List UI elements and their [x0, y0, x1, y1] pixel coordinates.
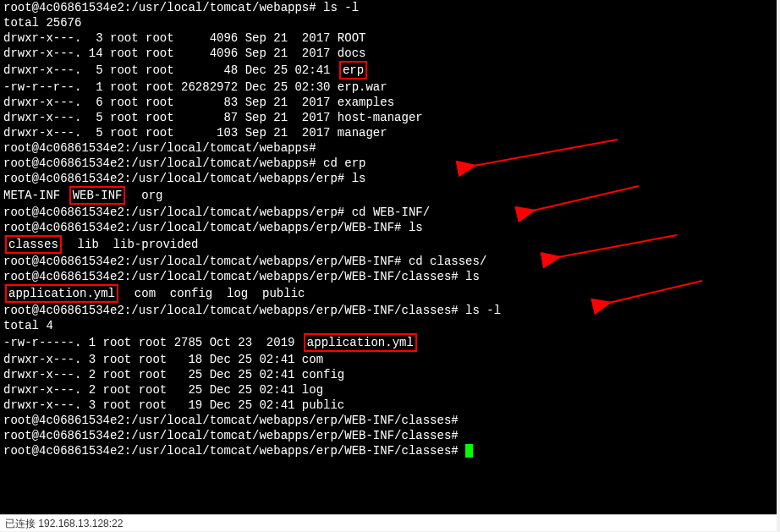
terminal-window[interactable]: root@4c06861534e2:/usr/local/tomcat/weba… — [0, 0, 777, 514]
command: cd classes/ — [409, 255, 486, 268]
ls-entry: drwxr-x---. 3 root root 4096 Sep 21 2017… — [3, 30, 773, 46]
prompt: root@4c06861534e2:/usr/local/tomcat/weba… — [3, 206, 344, 219]
ls-entry: drwxr-x---. 5 root root 87 Sep 21 2017 h… — [3, 110, 773, 125]
ls-entry: drwxr-x---. 2 root root 25 Dec 25 02:41 … — [3, 367, 773, 382]
ls-entry: drwxr-x---. 3 root root 18 Dec 25 02:41 … — [3, 352, 773, 367]
command: ls — [409, 221, 423, 234]
ls-entry: drwxr-x---. 6 root root 83 Sep 21 2017 e… — [3, 95, 773, 110]
ls-output: application.yml com config log public — [3, 284, 773, 303]
ls-entry: drwxr-x---. 5 root root 48 Dec 25 02:41 … — [3, 61, 773, 80]
output: total 25676 — [3, 15, 773, 30]
ls-entry: drwxr-x---. 5 root root 103 Sep 21 2017 … — [3, 125, 773, 140]
ls-entry: -rw-r--r--. 1 root root 26282972 Dec 25 … — [3, 80, 773, 95]
ls-entry: drwxr-x---. 2 root root 25 Dec 25 02:41 … — [3, 382, 773, 398]
prompt: root@4c06861534e2:/usr/local/tomcat/weba… — [3, 444, 459, 458]
command: cd WEB-INF/ — [352, 206, 430, 219]
highlight-webinf: WEB-INF — [69, 186, 126, 205]
ls-entry: -rw-r-----. 1 root root 2785 Oct 23 2019… — [3, 333, 773, 352]
ls-output: classes lib lib-provided — [3, 235, 773, 254]
output: total 4 — [3, 318, 773, 333]
prompt: root@4c06861534e2:/usr/local/tomcat/weba… — [3, 270, 459, 283]
command: ls -l — [465, 304, 501, 317]
status-bar: 已连接 192.168.13.128:22 — [0, 514, 777, 531]
prompt: root@4c06861534e2:/usr/local/tomcat/weba… — [3, 172, 344, 185]
prompt: root@4c06861534e2:/usr/local/tomcat/weba… — [3, 429, 459, 442]
command: ls -l — [323, 1, 359, 14]
cursor — [465, 444, 473, 458]
prompt: root@4c06861534e2:/usr/local/tomcat/weba… — [3, 1, 316, 14]
command: ls — [465, 270, 480, 283]
highlight-erp: erp — [339, 61, 367, 80]
prompt: root@4c06861534e2:/usr/local/tomcat/weba… — [3, 221, 401, 234]
highlight-application-yml: application.yml — [5, 284, 118, 303]
ls-output: META-INF WEB-INF org — [3, 186, 773, 205]
command: cd erp — [323, 156, 365, 170]
command: ls — [352, 172, 366, 185]
ls-entry: drwxr-x---. 14 root root 4096 Sep 21 201… — [3, 46, 773, 61]
prompt: root@4c06861534e2:/usr/local/tomcat/weba… — [3, 141, 316, 155]
highlight-classes: classes — [5, 235, 62, 254]
prompt: root@4c06861534e2:/usr/local/tomcat/weba… — [3, 304, 459, 317]
ls-entry: drwxr-x---. 3 root root 19 Dec 25 02:41 … — [3, 398, 773, 413]
prompt: root@4c06861534e2:/usr/local/tomcat/weba… — [3, 156, 316, 170]
highlight-application-yml-file: application.yml — [304, 333, 417, 352]
prompt: root@4c06861534e2:/usr/local/tomcat/weba… — [3, 255, 401, 268]
prompt: root@4c06861534e2:/usr/local/tomcat/weba… — [3, 414, 459, 427]
